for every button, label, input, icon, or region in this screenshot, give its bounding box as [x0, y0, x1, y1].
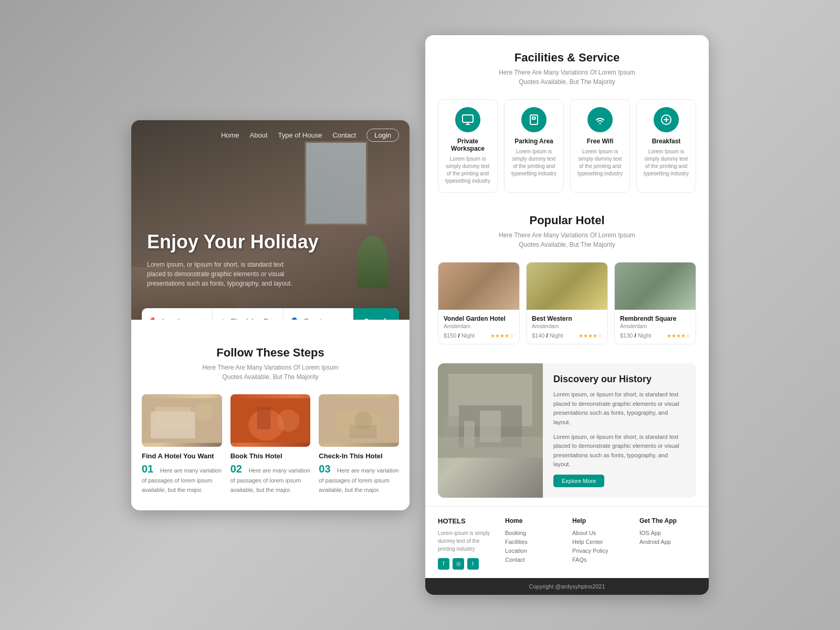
hero-section: Home About Type of House Contact Login E… [131, 120, 410, 320]
hotel-1-bottom: $150 / Night ★★★★☆ [444, 332, 514, 339]
workspace-name: Private Workspace [444, 138, 492, 152]
explore-button[interactable]: Explore More [553, 475, 604, 487]
instagram-icon[interactable]: ◎ [453, 558, 464, 570]
workspace-icon [455, 107, 480, 132]
hero-content: Enjoy Your Holiday Lorem ipsum, or lipsu… [147, 230, 394, 288]
location-icon: 📍 [148, 317, 157, 320]
guest-select[interactable]: Guest [302, 317, 348, 320]
hero-title: Enjoy Your Holiday [147, 230, 394, 253]
twitter-icon[interactable]: t [467, 558, 479, 570]
hotel-1-price: $150 / Night [444, 332, 475, 339]
svg-point-3 [195, 403, 213, 421]
left-panel: Home About Type of House Contact Login E… [131, 120, 410, 510]
navbar: Home About Type of House Contact Login [131, 120, 410, 150]
hotel-2-bottom: $140 / Night ★★★★☆ [532, 332, 602, 339]
footer-help-col: Help About Us Help Center Privacy Policy… [572, 517, 629, 570]
footer-home-title: Home [505, 517, 562, 524]
steps-subtitle: Here There Are Many Variations Of Lorem … [142, 363, 399, 382]
parking-desc: Lorem Ipsum is simply dummy text of the … [510, 148, 558, 177]
social-icons: f ◎ t [438, 558, 495, 570]
hero-subtitle: Lorem ipsum, or lipsum for short, is sta… [147, 260, 294, 288]
nav-type[interactable]: Type of House [278, 131, 322, 139]
discovery-text-2: Lorem ipsum, or lipsum for short, is sta… [553, 433, 686, 469]
footer-contact[interactable]: Contact [505, 556, 562, 563]
facility-cards: Private Workspace Lorem Ipsum is simply … [438, 99, 696, 193]
facebook-icon[interactable]: f [438, 558, 449, 570]
footer-brand: HOTELS [438, 517, 495, 525]
facilities-title: Facilities & Service [438, 51, 696, 65]
svg-rect-12 [463, 115, 473, 122]
checkin-icon: ✓ [219, 317, 225, 320]
step-2-label: Book This Hotel [230, 452, 311, 460]
footer-privacy[interactable]: Privacy Policy [572, 548, 629, 554]
guest-field[interactable]: 👤 Guest [284, 308, 354, 320]
hotel-cards: Vondel Garden Hotel Amsterdam $150 / Nig… [438, 262, 696, 344]
hotel-3-info: Rembrendt Square Amsterdam $130 / Night … [615, 310, 696, 344]
hotel-3-stars: ★★★★☆ [667, 333, 690, 339]
footer-ios[interactable]: IOS App [639, 530, 696, 536]
svg-rect-22 [438, 437, 543, 458]
popular-title: Popular Hotel [438, 214, 696, 227]
step-3-image [319, 394, 399, 447]
right-panel: Facilities & Service Here There Are Many… [425, 35, 709, 595]
step-1-desc: Here are many variation of passages of l… [142, 467, 222, 494]
hotel-1-name: Vondel Garden Hotel [444, 315, 514, 322]
search-button[interactable]: Search [353, 308, 399, 320]
facilities-subtitle: Here There Are Many Variations Of Lorem … [438, 68, 696, 87]
step-3-number: 03 [319, 463, 330, 475]
footer-about-us[interactable]: About Us [572, 530, 629, 536]
checkin-select[interactable]: Check In - Check Out [228, 317, 277, 320]
steps-grid: Find A Hotel You Want 01 Here are many v… [142, 394, 399, 495]
footer-copyright: Copyright @ardysyhptns2021 [425, 578, 709, 595]
breakfast-name: Breakfast [642, 138, 690, 145]
step-2: Book This Hotel 02 Here are many variati… [230, 394, 311, 495]
hotel-3-location: Amsterdam [620, 323, 690, 329]
discovery-image [438, 363, 543, 498]
hotel-1-image [438, 262, 519, 310]
svg-point-7 [277, 409, 299, 431]
discovery-content: Discovery our History Lorem ipsum, or li… [543, 363, 696, 498]
facility-wifi: Free Wifi Lorem Ipsum is simply dummy te… [570, 99, 630, 193]
hotel-2-location: Amsterdam [532, 323, 602, 329]
footer-help-center[interactable]: Help Center [572, 539, 629, 545]
footer-booking[interactable]: Booking [505, 530, 562, 536]
facility-parking: Parking Area Lorem Ipsum is simply dummy… [504, 99, 564, 193]
wifi-icon [587, 107, 613, 132]
wifi-name: Free Wifi [576, 138, 624, 145]
hotel-1-stars: ★★★★☆ [490, 333, 514, 339]
parking-name: Parking Area [510, 138, 558, 145]
step-3-label: Check-In This Hotel [319, 452, 399, 460]
checkin-field[interactable]: ✓ Check In - Check Out [213, 308, 284, 320]
search-bar: 📍 Location ✓ Check In - Check Out 👤 Gues… [142, 308, 399, 320]
nav-home[interactable]: Home [221, 131, 239, 139]
hotel-3-image [615, 262, 696, 310]
footer-android[interactable]: Android App [639, 539, 696, 545]
discovery-title: Discovery our History [553, 374, 686, 385]
workspace-desc: Lorem Ipsum is simply dummy text of the … [444, 155, 492, 185]
steps-section: Follow These Steps Here There Are Many V… [131, 320, 410, 510]
location-field[interactable]: 📍 Location [142, 308, 213, 320]
svg-point-14 [600, 123, 601, 124]
nav-contact[interactable]: Contact [332, 131, 356, 139]
hotel-1: Vondel Garden Hotel Amsterdam $150 / Nig… [438, 262, 520, 344]
footer-location[interactable]: Location [505, 548, 562, 554]
footer-faqs[interactable]: FAQs [572, 556, 629, 563]
login-button[interactable]: Login [366, 129, 399, 142]
footer-facilities[interactable]: Facilities [505, 539, 562, 545]
hotel-2-name: Best Western [532, 315, 602, 322]
guest-icon: 👤 [290, 317, 299, 320]
parking-icon [521, 107, 547, 132]
breakfast-desc: Lorem Ipsum is simply dummy text of the … [642, 148, 690, 177]
step-1-image [142, 394, 222, 447]
footer-brand-col: HOTELS Lorem ipsum is simply dummy text … [438, 517, 495, 570]
hotel-2-price: $140 / Night [532, 332, 563, 339]
facility-breakfast: Breakfast Lorem Ipsum is simply dummy te… [636, 99, 696, 193]
nav-about[interactable]: About [250, 131, 268, 139]
svg-rect-6 [257, 407, 270, 429]
hotel-3-name: Rembrendt Square [620, 315, 690, 322]
footer-grid: HOTELS Lorem ipsum is simply dummy text … [438, 517, 696, 570]
hotel-2-stars: ★★★★☆ [579, 333, 602, 339]
hero-bg-window [304, 141, 368, 225]
location-select[interactable]: Location [160, 317, 206, 320]
footer-app-title: Get The App [639, 517, 696, 524]
